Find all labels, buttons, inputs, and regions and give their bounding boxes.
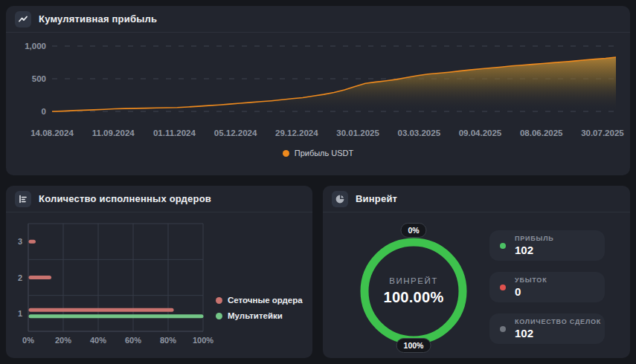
svg-text:20%: 20% [55,336,71,345]
grid-orders-legend-label: Сеточные ордера [228,296,303,305]
winrate-badge-zero: 0% [400,223,426,238]
stat-card-loss: УБЫТОК 0 [489,272,605,302]
stat-trades-label: КОЛИЧЕСТВО СДЕЛОК [515,318,601,325]
stat-card-trades: КОЛИЧЕСТВО СДЕЛОК 102 [489,313,605,344]
multitakes-legend-dot-icon [216,313,222,319]
grid-orders-legend-item[interactable]: Сеточные ордера [216,296,303,305]
winrate-panel: Винрейт ВИНРЕЙТ 100.00% 0% 100% ПРИБЫЛЬ … [323,186,630,358]
stat-card-profit: ПРИБЫЛЬ 102 [489,230,605,261]
svg-text:09.04.2025: 09.04.2025 [459,129,502,137]
svg-text:2: 2 [18,273,22,282]
multitakes-legend-item[interactable]: Мультитейки [216,311,303,320]
svg-text:08.06.2025: 08.06.2025 [520,129,563,137]
loss-dot-icon [500,285,506,290]
svg-text:100%: 100% [193,336,213,345]
stat-trades-value: 102 [515,327,601,339]
svg-text:30.07.2025: 30.07.2025 [581,129,624,137]
svg-text:11.09.2024: 11.09.2024 [92,129,135,137]
cumulative-profit-panel: Кумулятивная прибыль 1,000500014.08.2024… [6,6,630,175]
winrate-header: Винрейт [323,186,630,212]
executed-orders-header: Количество исполненных ордеров [6,186,312,212]
trend-line-icon [15,11,31,27]
svg-text:0: 0 [42,107,46,116]
svg-text:0%: 0% [22,336,34,345]
svg-text:03.03.2025: 03.03.2025 [397,129,440,137]
executed-orders-title: Количество исполненных ордеров [39,193,211,204]
svg-text:80%: 80% [160,336,176,345]
svg-text:01.11.2024: 01.11.2024 [153,129,196,137]
grid-orders-legend-dot-icon [216,297,222,304]
winrate-badge-hundred: 100% [396,338,431,353]
stat-loss-value: 0 [515,285,547,298]
stat-loss-label: УБЫТОК [515,276,547,284]
svg-text:1: 1 [18,309,22,318]
svg-text:05.12.2024: 05.12.2024 [214,129,257,137]
cumulative-legend-item[interactable]: Прибыль USDT [12,149,624,157]
svg-text:60%: 60% [125,336,141,345]
winrate-center: ВИНРЕЙТ 100.00% [369,276,458,306]
winrate-stats: ПРИБЫЛЬ 102 УБЫТОК 0 КОЛИЧЕСТВО СДЕЛОК 1… [489,230,605,344]
trades-dot-icon [500,326,506,332]
svg-text:500: 500 [32,74,46,83]
svg-text:30.01.2025: 30.01.2025 [336,129,379,137]
winrate-donut: ВИНРЕЙТ 100.00% 0% 100% [354,232,473,351]
profit-legend-label: Прибыль USDT [295,149,354,157]
profit-dot-icon [500,243,506,249]
cumulative-profit-title: Кумулятивная прибыль [39,13,157,25]
horizontal-bars-icon [15,191,31,207]
stat-profit-label: ПРИБЫЛЬ [515,235,554,242]
executed-orders-chart: 0%20%40%60%80%100%321 [12,218,220,352]
svg-text:1,000: 1,000 [25,42,46,51]
svg-text:3: 3 [18,237,22,246]
svg-text:14.08.2024: 14.08.2024 [30,129,74,137]
winrate-center-label: ВИНРЕЙТ [369,276,458,285]
pie-chart-icon [332,191,348,207]
winrate-title: Винрейт [356,193,397,204]
executed-orders-panel: Количество исполненных ордеров 0%20%40%6… [6,186,312,358]
svg-text:40%: 40% [90,336,106,345]
multitakes-legend-label: Мультитейки [228,311,283,320]
profit-legend-dot-icon [283,150,289,157]
svg-text:29.12.2024: 29.12.2024 [275,129,318,137]
orders-legend: Сеточные ордера Мультитейки [216,296,303,320]
stat-profit-value: 102 [515,244,554,256]
cumulative-profit-chart: 1,000500014.08.202411.09.202401.11.20240… [12,37,624,143]
cumulative-profit-header: Кумулятивная прибыль [6,6,630,33]
winrate-center-value: 100.00% [369,289,458,306]
